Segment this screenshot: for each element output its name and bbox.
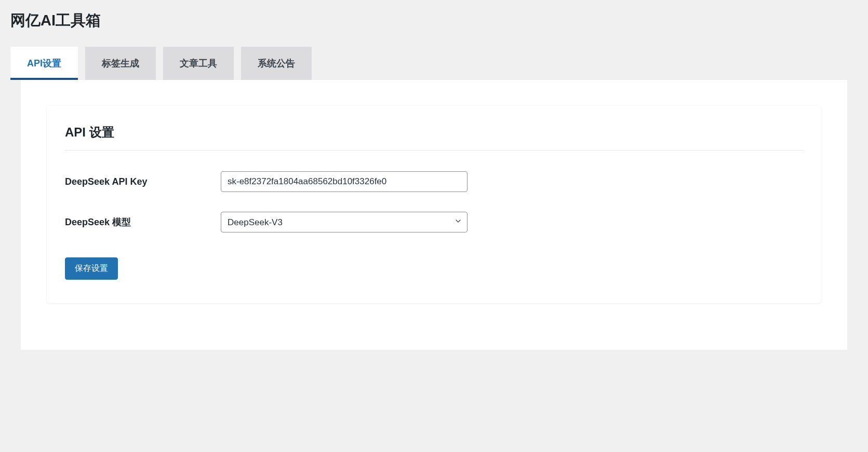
page-title: 网亿AI工具箱 [10,10,858,31]
tab-label: API设置 [27,58,61,69]
api-key-label: DeepSeek API Key [65,176,221,187]
model-label: DeepSeek 模型 [65,216,221,228]
tabs: API设置 标签生成 文章工具 系统公告 [10,47,858,80]
save-button-label: 保存设置 [75,264,108,272]
settings-card: API 设置 DeepSeek API Key DeepSeek 模型 Deep… [47,106,821,303]
tab-label: 系统公告 [258,58,295,69]
api-key-input[interactable] [221,171,468,192]
model-select[interactable]: DeepSeek-V3 [221,212,468,232]
page-header: 网亿AI工具箱 [0,0,868,36]
model-select-wrap: DeepSeek-V3 [221,212,468,232]
tab-label: 文章工具 [180,58,217,69]
tab-article-tools[interactable]: 文章工具 [163,47,234,80]
content-panel: API 设置 DeepSeek API Key DeepSeek 模型 Deep… [21,80,847,350]
tab-api-settings[interactable]: API设置 [10,47,78,80]
form-row-model: DeepSeek 模型 DeepSeek-V3 [65,212,803,232]
api-key-input-wrap [221,171,468,192]
tab-label: 标签生成 [102,58,139,69]
form-row-api-key: DeepSeek API Key [65,171,803,192]
save-button[interactable]: 保存设置 [65,257,118,280]
tab-system-announcements[interactable]: 系统公告 [241,47,312,80]
tabs-container: API设置 标签生成 文章工具 系统公告 API 设置 DeepSeek API… [10,47,858,350]
tab-tag-generation[interactable]: 标签生成 [85,47,156,80]
card-title: API 设置 [65,124,803,150]
